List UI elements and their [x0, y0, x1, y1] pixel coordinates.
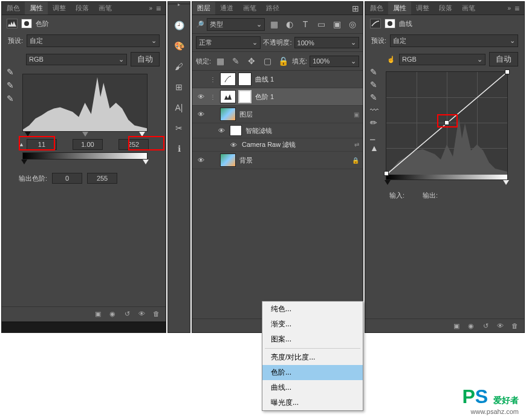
input-black-field[interactable]: 11: [27, 139, 57, 150]
white-point-slider[interactable]: [139, 132, 145, 137]
curve-tool-icon[interactable]: 〰: [370, 105, 380, 115]
tab-color[interactable]: 颜色: [365, 2, 388, 15]
tab-color[interactable]: 颜色: [2, 2, 25, 15]
channel-select[interactable]: RGB⌄: [26, 54, 127, 65]
layer-name[interactable]: 背景: [239, 156, 253, 165]
menu-brightness[interactable]: 亮度/对比度...: [262, 350, 363, 365]
mask-thumb[interactable]: [238, 73, 252, 86]
visibility-toggle[interactable]: 👁: [196, 93, 206, 100]
visibility-icon[interactable]: 👁: [495, 321, 505, 330]
pencil-tool-icon[interactable]: ✏: [370, 118, 380, 128]
expand-icon[interactable]: »: [507, 5, 511, 11]
visibility-toggle[interactable]: 👁: [229, 141, 238, 149]
collapsed-panel[interactable]: [2, 321, 166, 332]
gray-eyedropper-icon[interactable]: ✎: [370, 80, 380, 89]
filter-adj-icon[interactable]: ◐: [283, 18, 296, 31]
histogram-toggle-icon[interactable]: ▲: [370, 143, 380, 153]
tab-brush[interactable]: 画笔: [457, 2, 480, 15]
tab-paragraph[interactable]: 段落: [434, 2, 457, 15]
panel-menu-icon[interactable]: [515, 5, 522, 11]
opacity-select[interactable]: 100%⌄: [294, 37, 359, 48]
layer-name[interactable]: 曲线 1: [255, 75, 274, 84]
filter-shape-icon[interactable]: ▭: [314, 18, 328, 31]
input-gamma-field[interactable]: 1.00: [73, 139, 103, 150]
tab-brushes[interactable]: 画笔: [238, 2, 261, 15]
layer-row-levels[interactable]: 👁 ⋮ 色阶 1: [192, 88, 363, 106]
white-eyedropper-icon[interactable]: ✎: [370, 92, 380, 102]
mask-icon[interactable]: [21, 19, 32, 28]
curve-point-black[interactable]: [384, 171, 389, 176]
output-black-field[interactable]: 0: [52, 173, 82, 184]
mask-thumb[interactable]: [238, 90, 252, 103]
lock-all-icon[interactable]: 🔒: [276, 54, 290, 68]
layer-name[interactable]: 图层: [239, 110, 253, 119]
tab-adjustments[interactable]: 调整: [48, 2, 71, 15]
reset-icon[interactable]: ↺: [481, 321, 490, 330]
layer-name[interactable]: Camera Raw 滤镜: [242, 140, 296, 149]
view-prev-icon[interactable]: ◉: [108, 309, 117, 318]
menu-pattern[interactable]: 图案...: [262, 332, 363, 347]
targeted-adjust-icon[interactable]: ☝: [387, 56, 395, 63]
clip-icon[interactable]: ▣: [452, 321, 461, 330]
fill-select[interactable]: 100%⌄: [310, 56, 359, 67]
tab-layers[interactable]: 图层: [192, 2, 215, 15]
view-prev-icon[interactable]: ◉: [466, 321, 476, 330]
gray-point-eyedropper-icon[interactable]: ✎: [7, 80, 16, 90]
menu-levels[interactable]: 色阶...: [262, 365, 363, 380]
curve-point-white[interactable]: [505, 69, 510, 74]
input-white-field[interactable]: 252: [119, 139, 149, 150]
lock-position-icon[interactable]: ✥: [245, 54, 258, 68]
output-white-field[interactable]: 255: [87, 173, 117, 184]
visibility-icon[interactable]: 👁: [137, 309, 146, 318]
lock-artboard-icon[interactable]: ▢: [261, 54, 274, 68]
output-white-slider[interactable]: [143, 160, 149, 164]
layer-name[interactable]: 智能滤镜: [245, 126, 272, 135]
tab-paths[interactable]: 路径: [261, 2, 284, 15]
tab-channels[interactable]: 通道: [215, 2, 238, 15]
output-black-slider[interactable]: [21, 160, 27, 164]
black-point-eyedropper-icon[interactable]: ✎: [7, 67, 16, 77]
tool-presets-icon[interactable]: ✂: [172, 121, 186, 135]
layer-row-curves[interactable]: ⋮ 曲线 1: [192, 71, 363, 88]
filter-smart-icon[interactable]: ▣: [330, 18, 343, 31]
curves-graph[interactable]: [386, 71, 508, 174]
layer-row-cameraraw[interactable]: 👁 Camera Raw 滤镜 ⇄: [192, 138, 363, 152]
layer-row-background[interactable]: 👁 背景 🔒: [192, 152, 363, 169]
auto-button[interactable]: 自动: [131, 52, 160, 66]
lock-pixels-icon[interactable]: ▦: [213, 54, 227, 68]
reset-icon[interactable]: ↺: [122, 309, 132, 318]
output-slider[interactable]: [22, 160, 148, 166]
trash-icon[interactable]: 🗑: [510, 321, 519, 330]
grid-icon[interactable]: ⊞: [351, 4, 360, 13]
clone-source-icon[interactable]: ⊞: [172, 80, 186, 94]
menu-exposure[interactable]: 曝光度...: [262, 395, 363, 410]
filter-type-icon[interactable]: T: [299, 18, 312, 31]
filter-select[interactable]: 类型⌄: [207, 18, 265, 31]
trash-icon[interactable]: 🗑: [151, 309, 161, 318]
preset-select[interactable]: 自定⌄: [27, 34, 160, 47]
expand-icon[interactable]: »: [149, 5, 152, 11]
input-white-slider[interactable]: [503, 180, 509, 185]
mask-icon[interactable]: [385, 19, 395, 28]
smooth-icon[interactable]: ⎯: [370, 131, 380, 140]
cc-icon[interactable]: ◎: [346, 18, 359, 31]
menu-solid-color[interactable]: 纯色...: [262, 302, 363, 317]
white-point-eyedropper-icon[interactable]: ✎: [7, 94, 16, 103]
tab-adjustments[interactable]: 调整: [411, 2, 434, 15]
gamma-slider[interactable]: [82, 132, 88, 137]
panel-menu-icon[interactable]: [156, 5, 163, 11]
tab-brush[interactable]: 画笔: [94, 2, 117, 15]
brush-settings-icon[interactable]: 🖌: [172, 60, 186, 73]
input-black-slider[interactable]: [385, 180, 391, 185]
input-slider[interactable]: [22, 132, 148, 138]
visibility-toggle[interactable]: 👁: [196, 157, 206, 164]
info-icon[interactable]: ℹ: [172, 142, 186, 155]
character-icon[interactable]: A|: [172, 101, 186, 114]
menu-curves[interactable]: 曲线...: [262, 380, 363, 395]
filter-pixel-icon[interactable]: ▦: [267, 18, 281, 31]
swatches-icon[interactable]: 🎨: [172, 39, 186, 53]
auto-button[interactable]: 自动: [489, 52, 518, 66]
blend-mode-select[interactable]: 正常⌄: [196, 36, 261, 49]
tab-properties[interactable]: 属性: [25, 2, 48, 15]
layer-row-image[interactable]: 👁 图层 ▣: [192, 106, 363, 123]
